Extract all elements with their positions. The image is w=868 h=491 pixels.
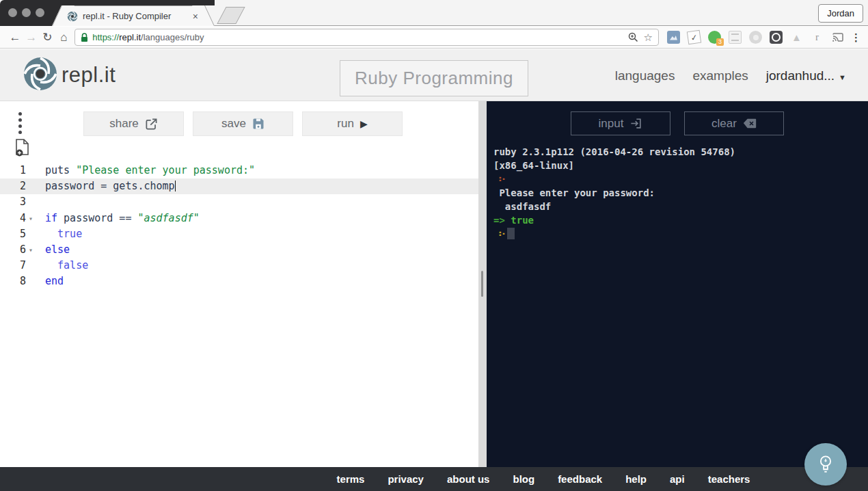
code-line[interactable]: 3 <box>0 194 478 210</box>
r-extension-icon[interactable]: r <box>811 31 824 44</box>
input-button[interactable]: input <box>571 111 670 135</box>
tab-close-icon[interactable]: × <box>190 11 201 22</box>
url-path: /languages/ruby <box>141 32 204 42</box>
code-line[interactable]: 1puts "Please enter your password:" <box>0 163 478 178</box>
nav-user-menu[interactable]: jordanhud...▼ <box>766 68 846 83</box>
editor-scrollbar-track[interactable] <box>478 101 487 467</box>
secure-lock-icon <box>81 33 88 42</box>
code-line[interactable]: 5 true <box>0 226 478 242</box>
back-icon[interactable]: ← <box>7 31 23 44</box>
console-line[interactable]: ∴ <box>493 227 868 241</box>
code-text: puts "Please enter your password:" <box>36 163 255 178</box>
bookmark-star-icon[interactable]: ☆ <box>644 31 653 44</box>
footer-link-feedback[interactable]: feedback <box>558 473 602 485</box>
input-icon <box>629 117 642 130</box>
editor-scrollbar-handle[interactable] <box>481 271 483 297</box>
site-header: repl.it Ruby Programming languages examp… <box>0 49 868 101</box>
prompt-icon: ∴ <box>496 176 509 182</box>
code-editor[interactable]: 1puts "Please enter your password:"2pass… <box>0 163 478 290</box>
backspace-icon <box>743 118 757 129</box>
footer-link-about-us[interactable]: about us <box>447 473 490 485</box>
code-line[interactable]: 4▾if password == "asdfasdf" <box>0 211 478 226</box>
code-line[interactable]: 8end <box>0 274 478 289</box>
tab-title: repl.it - Ruby Compiler <box>83 11 190 21</box>
console-buttons: input clear <box>487 111 868 135</box>
browser-tab[interactable]: repl.it - Ruby Compiler × <box>63 5 204 26</box>
browser-profile-button[interactable]: Jordan <box>818 4 863 23</box>
nav-examples[interactable]: examples <box>692 68 748 83</box>
console-line: => true <box>493 213 868 227</box>
lightbulb-icon <box>816 453 835 475</box>
dark-app-extension-icon[interactable] <box>770 31 783 44</box>
site-nav: languages examples jordanhud...▼ <box>615 68 846 83</box>
circle-extension-icon[interactable] <box>749 31 762 44</box>
chevron-down-icon: ▼ <box>839 73 846 81</box>
editor-menu-icon[interactable] <box>18 112 22 134</box>
notes-extension-icon[interactable] <box>729 31 742 44</box>
code-text: true <box>36 226 82 242</box>
green-badge-extension-icon[interactable]: 3 <box>708 31 721 44</box>
cast-icon[interactable] <box>831 31 844 44</box>
browser-window: repl.it - Ruby Compiler × Jordan ← → ↻ ⌂… <box>0 0 868 491</box>
footer: termsprivacyabout usblogfeedbackhelpapit… <box>0 467 868 491</box>
window-close-button[interactable] <box>8 8 17 17</box>
save-button-label: save <box>221 117 246 131</box>
footer-link-help[interactable]: help <box>625 473 647 485</box>
editor-pane: share save run ▶ 1puts "Please enter you… <box>0 101 478 467</box>
photos-extension-icon[interactable] <box>667 31 680 44</box>
run-button[interactable]: run ▶ <box>302 111 403 136</box>
line-number: 7 <box>0 258 26 274</box>
code-line[interactable]: 2password = gets.chomp <box>0 178 478 194</box>
fold-arrow-icon[interactable]: ▾ <box>26 242 36 258</box>
new-file-icon[interactable] <box>15 139 30 159</box>
check-extension-icon[interactable]: ✓ <box>687 30 701 44</box>
line-number: 3 <box>0 194 26 210</box>
replit-favicon-icon <box>67 11 78 22</box>
code-line[interactable]: 7 false <box>0 258 478 274</box>
clear-button[interactable]: clear <box>684 111 784 135</box>
gutter-spacer <box>26 226 36 242</box>
run-button-label: run <box>337 117 354 131</box>
footer-link-api[interactable]: api <box>670 473 685 485</box>
console-line: ruby 2.3.1p112 (2016-04-26 revision 5476… <box>493 145 868 159</box>
code-text: false <box>36 258 88 274</box>
address-bar[interactable]: https://repl.it/languages/ruby ☆ <box>74 29 659 46</box>
code-line[interactable]: 6▾else <box>0 242 478 258</box>
browser-toolbar: ← → ↻ ⌂ https://repl.it/languages/ruby ☆… <box>0 27 868 49</box>
save-button[interactable]: save <box>193 111 293 136</box>
line-number: 2 <box>0 178 26 194</box>
nav-user-label: jordanhud... <box>766 68 835 83</box>
zoom-page-icon[interactable] <box>628 32 638 42</box>
share-button[interactable]: share <box>83 111 184 136</box>
nav-languages[interactable]: languages <box>615 68 675 83</box>
console-line: Please enter your password: <box>493 186 868 200</box>
feedback-lightbulb-button[interactable] <box>804 443 847 486</box>
code-rows: 1puts "Please enter your password:"2pass… <box>0 163 478 290</box>
url-domain: repl.it <box>119 32 141 42</box>
footer-links: termsprivacyabout usblogfeedbackhelpapit… <box>337 473 750 485</box>
line-number: 5 <box>0 226 26 242</box>
gutter-spacer <box>26 194 36 210</box>
replit-logo-icon[interactable] <box>23 56 58 92</box>
logo-text[interactable]: repl.it <box>62 63 116 88</box>
drive-extension-icon[interactable]: ▲ <box>790 31 803 44</box>
footer-link-teachers[interactable]: teachers <box>708 473 750 485</box>
editor-buttons: share save run ▶ <box>83 111 403 136</box>
save-icon <box>252 118 265 130</box>
home-icon[interactable]: ⌂ <box>55 31 72 44</box>
refresh-icon[interactable]: ↻ <box>40 30 56 44</box>
browser-menu-icon[interactable]: ⋮ <box>851 31 861 44</box>
browser-tab-strip: repl.it - Ruby Compiler × Jordan <box>0 0 868 26</box>
line-number: 4 <box>0 211 26 226</box>
forward-icon: → <box>23 31 40 44</box>
window-minimize-button[interactable] <box>22 8 31 17</box>
fold-arrow-icon[interactable]: ▾ <box>26 211 36 226</box>
footer-link-blog[interactable]: blog <box>513 473 534 485</box>
footer-link-privacy[interactable]: privacy <box>388 473 424 485</box>
new-tab-button[interactable] <box>217 7 245 24</box>
extension-badge: 3 <box>716 38 724 46</box>
code-text: if password == "asdfasdf" <box>36 211 200 226</box>
code-text: else <box>36 242 70 258</box>
footer-link-terms[interactable]: terms <box>337 473 365 485</box>
window-zoom-button[interactable] <box>36 8 44 17</box>
